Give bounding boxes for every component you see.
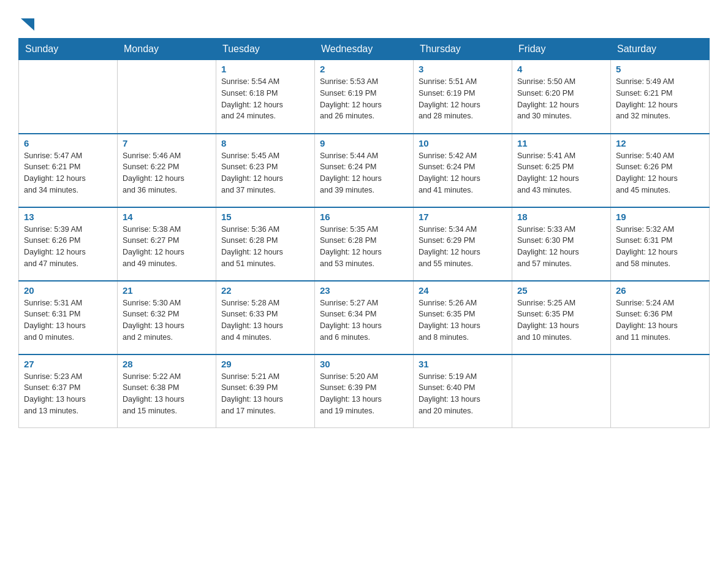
header-wednesday: Wednesday [315,39,414,60]
calendar-day-cell: 13Sunrise: 5:39 AMSunset: 6:26 PMDayligh… [19,207,118,281]
day-number: 14 [123,212,211,222]
day-number: 4 [517,64,605,74]
day-number: 3 [419,64,507,74]
calendar-day-cell: 14Sunrise: 5:38 AMSunset: 6:27 PMDayligh… [118,207,216,281]
day-info: Sunrise: 5:35 AMSunset: 6:28 PMDaylight:… [320,224,408,270]
calendar-day-cell [19,60,118,134]
calendar-day-cell: 7Sunrise: 5:46 AMSunset: 6:22 PMDaylight… [118,134,216,207]
calendar-day-cell: 10Sunrise: 5:42 AMSunset: 6:24 PMDayligh… [414,134,512,207]
day-number: 12 [616,138,704,148]
calendar-week-row: 27Sunrise: 5:23 AMSunset: 6:37 PMDayligh… [19,354,710,428]
calendar-day-cell: 2Sunrise: 5:53 AMSunset: 6:19 PMDaylight… [315,60,414,134]
day-info: Sunrise: 5:40 AMSunset: 6:26 PMDaylight:… [616,150,704,196]
calendar-day-cell: 5Sunrise: 5:49 AMSunset: 6:21 PMDaylight… [611,60,710,134]
day-number: 9 [320,138,408,148]
day-info: Sunrise: 5:24 AMSunset: 6:36 PMDaylight:… [616,297,704,343]
header-saturday: Saturday [611,39,710,60]
calendar-week-row: 6Sunrise: 5:47 AMSunset: 6:21 PMDaylight… [19,134,710,207]
day-number: 8 [221,138,309,148]
day-number: 27 [24,359,112,369]
day-number: 26 [616,285,704,296]
day-info: Sunrise: 5:49 AMSunset: 6:21 PMDaylight:… [616,76,704,122]
day-info: Sunrise: 5:54 AMSunset: 6:18 PMDaylight:… [221,76,309,122]
day-number: 19 [616,212,704,222]
calendar-day-cell: 25Sunrise: 5:25 AMSunset: 6:35 PMDayligh… [512,281,611,354]
day-info: Sunrise: 5:30 AMSunset: 6:32 PMDaylight:… [123,297,211,343]
calendar-day-cell [512,354,611,428]
calendar-day-cell: 29Sunrise: 5:21 AMSunset: 6:39 PMDayligh… [216,354,315,428]
svg-marker-0 [21,18,34,31]
day-info: Sunrise: 5:32 AMSunset: 6:31 PMDaylight:… [616,224,704,270]
calendar-table: SundayMondayTuesdayWednesdayThursdayFrid… [18,38,710,428]
calendar-week-row: 20Sunrise: 5:31 AMSunset: 6:31 PMDayligh… [19,281,710,354]
day-info: Sunrise: 5:51 AMSunset: 6:19 PMDaylight:… [419,76,507,122]
day-info: Sunrise: 5:46 AMSunset: 6:22 PMDaylight:… [123,150,211,196]
day-info: Sunrise: 5:45 AMSunset: 6:23 PMDaylight:… [221,150,309,196]
day-number: 24 [419,285,507,296]
day-number: 1 [221,64,309,74]
day-number: 31 [419,359,507,369]
header-sunday: Sunday [19,39,118,60]
day-number: 6 [24,138,112,148]
day-number: 23 [320,285,408,296]
day-number: 13 [24,212,112,222]
day-info: Sunrise: 5:27 AMSunset: 6:34 PMDaylight:… [320,297,408,343]
calendar-day-cell: 18Sunrise: 5:33 AMSunset: 6:30 PMDayligh… [512,207,611,281]
calendar-day-cell: 11Sunrise: 5:41 AMSunset: 6:25 PMDayligh… [512,134,611,207]
day-info: Sunrise: 5:36 AMSunset: 6:28 PMDaylight:… [221,224,309,270]
day-number: 20 [24,285,112,296]
day-info: Sunrise: 5:42 AMSunset: 6:24 PMDaylight:… [419,150,507,196]
calendar-week-row: 13Sunrise: 5:39 AMSunset: 6:26 PMDayligh… [19,207,710,281]
day-number: 7 [123,138,211,148]
day-number: 25 [517,285,605,296]
day-info: Sunrise: 5:22 AMSunset: 6:38 PMDaylight:… [123,371,211,417]
day-info: Sunrise: 5:28 AMSunset: 6:33 PMDaylight:… [221,297,309,343]
day-info: Sunrise: 5:44 AMSunset: 6:24 PMDaylight:… [320,150,408,196]
day-number: 21 [123,285,211,296]
calendar-day-cell: 3Sunrise: 5:51 AMSunset: 6:19 PMDaylight… [414,60,512,134]
calendar-day-cell: 20Sunrise: 5:31 AMSunset: 6:31 PMDayligh… [19,281,118,354]
header-friday: Friday [512,39,611,60]
logo-arrow-icon [21,18,34,31]
day-info: Sunrise: 5:47 AMSunset: 6:21 PMDaylight:… [24,150,112,196]
day-info: Sunrise: 5:50 AMSunset: 6:20 PMDaylight:… [517,76,605,122]
day-info: Sunrise: 5:33 AMSunset: 6:30 PMDaylight:… [517,224,605,270]
calendar-day-cell: 26Sunrise: 5:24 AMSunset: 6:36 PMDayligh… [611,281,710,354]
day-number: 18 [517,212,605,222]
calendar-header-row: SundayMondayTuesdayWednesdayThursdayFrid… [19,39,710,60]
day-number: 10 [419,138,507,148]
calendar-day-cell: 16Sunrise: 5:35 AMSunset: 6:28 PMDayligh… [315,207,414,281]
calendar-day-cell: 4Sunrise: 5:50 AMSunset: 6:20 PMDaylight… [512,60,611,134]
calendar-day-cell: 21Sunrise: 5:30 AMSunset: 6:32 PMDayligh… [118,281,216,354]
logo [18,18,34,32]
logo-blue-part [20,18,34,32]
calendar-day-cell: 17Sunrise: 5:34 AMSunset: 6:29 PMDayligh… [414,207,512,281]
calendar-day-cell: 31Sunrise: 5:19 AMSunset: 6:40 PMDayligh… [414,354,512,428]
day-number: 16 [320,212,408,222]
day-info: Sunrise: 5:25 AMSunset: 6:35 PMDaylight:… [517,297,605,343]
day-info: Sunrise: 5:31 AMSunset: 6:31 PMDaylight:… [24,297,112,343]
day-number: 29 [221,359,309,369]
day-info: Sunrise: 5:20 AMSunset: 6:39 PMDaylight:… [320,371,408,417]
day-number: 22 [221,285,309,296]
day-info: Sunrise: 5:39 AMSunset: 6:26 PMDaylight:… [24,224,112,270]
calendar-week-row: 1Sunrise: 5:54 AMSunset: 6:18 PMDaylight… [19,60,710,134]
header-monday: Monday [118,39,216,60]
header-tuesday: Tuesday [216,39,315,60]
calendar-day-cell: 22Sunrise: 5:28 AMSunset: 6:33 PMDayligh… [216,281,315,354]
day-number: 15 [221,212,309,222]
day-info: Sunrise: 5:23 AMSunset: 6:37 PMDaylight:… [24,371,112,417]
calendar-day-cell: 12Sunrise: 5:40 AMSunset: 6:26 PMDayligh… [611,134,710,207]
calendar-day-cell [611,354,710,428]
calendar-day-cell: 1Sunrise: 5:54 AMSunset: 6:18 PMDaylight… [216,60,315,134]
day-info: Sunrise: 5:21 AMSunset: 6:39 PMDaylight:… [221,371,309,417]
day-info: Sunrise: 5:53 AMSunset: 6:19 PMDaylight:… [320,76,408,122]
day-info: Sunrise: 5:26 AMSunset: 6:35 PMDaylight:… [419,297,507,343]
calendar-day-cell: 8Sunrise: 5:45 AMSunset: 6:23 PMDaylight… [216,134,315,207]
calendar-day-cell: 23Sunrise: 5:27 AMSunset: 6:34 PMDayligh… [315,281,414,354]
calendar-day-cell: 24Sunrise: 5:26 AMSunset: 6:35 PMDayligh… [414,281,512,354]
calendar-day-cell: 9Sunrise: 5:44 AMSunset: 6:24 PMDaylight… [315,134,414,207]
calendar-day-cell: 28Sunrise: 5:22 AMSunset: 6:38 PMDayligh… [118,354,216,428]
header [18,12,710,32]
day-number: 30 [320,359,408,369]
